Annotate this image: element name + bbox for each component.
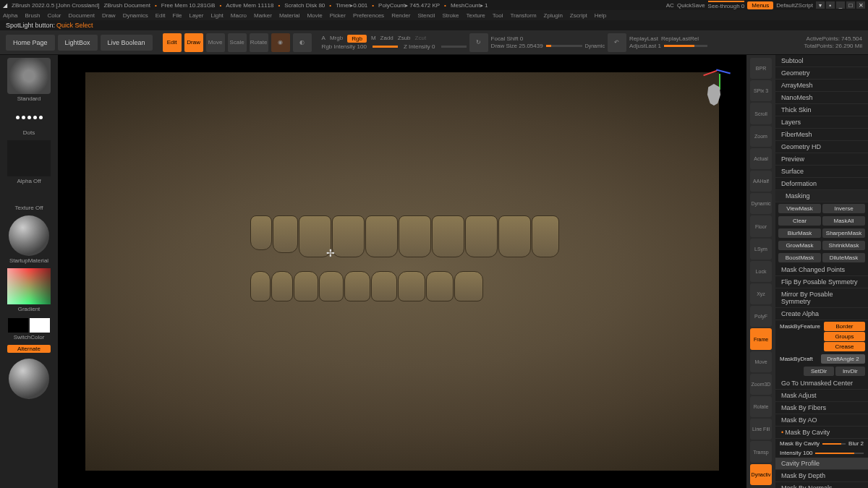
setdir-button[interactable]: SetDir (804, 367, 833, 376)
drawsize-slider[interactable]: Draw Size 25.05439 (491, 43, 543, 49)
masking-section[interactable]: Masking (775, 190, 868, 202)
tool-scroll[interactable]: Scroll (750, 103, 772, 124)
menu-render[interactable]: Render (391, 12, 410, 19)
mask-by-depth[interactable]: Mask By Depth (775, 470, 868, 482)
mrgb-button[interactable]: Mrgb (330, 35, 343, 43)
close-button[interactable]: ✕ (856, 1, 865, 9)
menu-draw[interactable]: Draw (102, 12, 116, 19)
quicksave-button[interactable]: QuickSave (677, 2, 705, 9)
menu-zplugin[interactable]: Zplugin (544, 12, 563, 19)
gradient-label[interactable]: Gradient (18, 306, 41, 312)
seethrough-slider[interactable]: See-through 0 (708, 1, 745, 9)
menu-transform[interactable]: Transform (510, 12, 536, 19)
defaultzscript[interactable]: DefaultZScript (776, 2, 813, 9)
draftangle-slider[interactable]: DraftAngle 2 (821, 354, 865, 364)
menu-picker[interactable]: Picker (330, 12, 346, 19)
viewport[interactable]: ✢ (58, 55, 746, 488)
zsub-button[interactable]: Zsub (398, 35, 411, 43)
tool-zoom3d[interactable]: Zoom3D (750, 374, 772, 395)
menus-button[interactable]: Menus (747, 1, 773, 9)
menu-file[interactable]: File (173, 12, 182, 19)
scale-button[interactable]: Scale (228, 33, 247, 52)
tool-dynactiv[interactable]: Dynactiv (750, 464, 772, 485)
sharpenmask-button[interactable]: SharpenMask (822, 228, 865, 238)
section-layers[interactable]: Layers (775, 116, 868, 129)
rotate-button[interactable]: Rotate (250, 33, 268, 52)
tool-linefill[interactable]: Line Fill (750, 419, 772, 440)
menu-movie[interactable]: Movie (307, 12, 322, 19)
inverse-button[interactable]: Inverse (822, 204, 865, 213)
mask-by-ao[interactable]: Mask By AO (775, 414, 868, 427)
swatch-black[interactable] (8, 318, 28, 333)
swatch-white[interactable] (30, 318, 50, 333)
menu-layer[interactable]: Layer (189, 12, 203, 19)
section-surface[interactable]: Surface (775, 166, 868, 178)
flip-by-posable-symmetry[interactable]: Flip By Posable Symmetry (775, 276, 868, 288)
material-thumbnail[interactable] (9, 215, 49, 256)
cavityprofile-button[interactable]: Cavity Profile (775, 458, 868, 470)
minimize-button[interactable]: _ (836, 1, 845, 9)
lightbox-button[interactable]: LightBox (58, 35, 98, 51)
section-arraymesh[interactable]: ArrayMesh (775, 80, 868, 92)
boostmask-button[interactable]: BoostMask (778, 253, 821, 262)
rgb-button[interactable]: Rgb (347, 35, 367, 43)
section-subtool[interactable]: Subtool (775, 55, 868, 67)
home-button[interactable]: Home Page (6, 35, 55, 51)
adjustlast-slider[interactable]: AdjustLast 1 (629, 43, 661, 49)
menu-texture[interactable]: Texture (467, 12, 485, 19)
invdir-button[interactable]: InvDir (835, 367, 865, 376)
mask-by-fibers[interactable]: Mask By Fibers (775, 402, 868, 414)
menu-document[interactable]: Document (69, 12, 95, 19)
tool-move[interactable]: Move (750, 351, 772, 372)
maskbycavity-button[interactable]: Mask By Cavity (780, 440, 820, 447)
viewmask-button[interactable]: ViewMask (778, 204, 821, 213)
replaylast-button[interactable]: ReplayLast (629, 35, 658, 42)
a-button[interactable]: A (322, 35, 326, 43)
switchcolor-button[interactable]: SwitchColor (14, 334, 45, 341)
tool-lsym[interactable]: LSym (750, 239, 772, 260)
m-button[interactable]: M (371, 35, 376, 43)
zadd-button[interactable]: Zadd (380, 35, 393, 43)
tool-polyf[interactable]: PolyF (750, 306, 772, 327)
brush-preview[interactable] (9, 359, 49, 399)
crease-button[interactable]: Crease (824, 342, 865, 351)
gizmo-button[interactable]: ◉ (271, 33, 290, 52)
draw-button[interactable]: Draw (184, 33, 203, 52)
groups-button[interactable]: Groups (824, 332, 865, 341)
menu-alpha[interactable]: Alpha (3, 12, 17, 19)
mask-changed-points[interactable]: Mask Changed Points (775, 264, 868, 276)
dilutemask-button[interactable]: DiluteMask (822, 253, 865, 262)
brush-thumbnail[interactable] (7, 58, 51, 94)
edit-button[interactable]: Edit (163, 33, 182, 52)
replaylastrel-button[interactable]: ReplayLastRel (661, 35, 699, 42)
tool-xyz[interactable]: Xyz (750, 283, 772, 304)
tool-floor[interactable]: Floor (750, 215, 772, 236)
min-button[interactable]: ▾ (816, 1, 825, 9)
create-alpha[interactable]: Create Alpha (775, 308, 868, 320)
tool-zoom[interactable]: Zoom (750, 126, 772, 147)
intensity-slider[interactable]: Intensity 100 (780, 450, 812, 456)
color-picker[interactable] (7, 268, 51, 304)
menu-edit[interactable]: Edit (156, 12, 166, 19)
tool-dynamic[interactable]: Dynamic (750, 193, 772, 214)
mirror-by-posable-symmetry[interactable]: Mirror By Posable Symmetry (775, 288, 868, 308)
menu-zscript[interactable]: Zscript (570, 12, 587, 19)
alternate-button[interactable]: Alternate (7, 345, 51, 353)
section-geometry[interactable]: Geometry (775, 67, 868, 80)
tool-actual[interactable]: Actual (750, 148, 772, 169)
menu-marker[interactable]: Marker (254, 12, 272, 19)
tool-frame[interactable]: Frame (750, 328, 772, 349)
mask-adjust[interactable]: Mask Adjust (775, 390, 868, 402)
section-geometryhd[interactable]: Geometry HD (775, 141, 868, 153)
maskbycavity-section[interactable]: Mask By Cavity (775, 427, 868, 439)
tool-transp[interactable]: Transp (750, 441, 772, 462)
menu-preferences[interactable]: Preferences (353, 12, 384, 19)
tool-bpr[interactable]: BPR (750, 58, 772, 79)
refresh-icon[interactable]: ↻ (469, 33, 488, 52)
tool-rotate[interactable]: Rotate (750, 396, 772, 417)
zcut-button[interactable]: Zcut (415, 35, 427, 43)
blur-slider[interactable]: Blur 2 (848, 440, 864, 447)
zint-slider[interactable]: Z Intensity 0 (404, 43, 435, 50)
menu-material[interactable]: Material (279, 12, 299, 19)
section-fibermesh[interactable]: FiberMesh (775, 129, 868, 141)
